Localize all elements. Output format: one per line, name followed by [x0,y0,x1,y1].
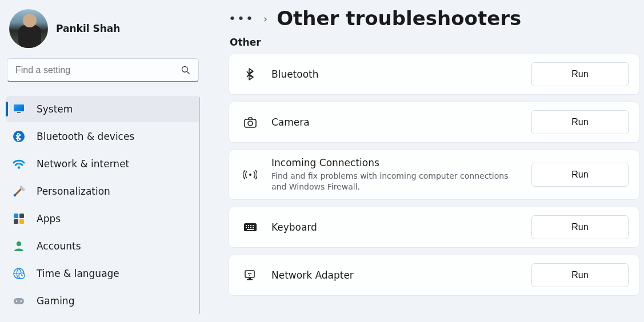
sidebar-item-label: Personalization [37,186,110,197]
breadcrumb-overflow-icon[interactable]: ••• [229,11,254,26]
run-button[interactable]: Run [531,163,629,187]
sidebar-item-gaming[interactable]: Gaming [6,288,200,314]
main-content: ••• › Other troubleshooters Other Blueto… [206,0,644,322]
camera-icon [242,116,259,128]
section-title: Other [230,37,644,48]
troubleshooter-title: Network Adapter [271,269,519,281]
troubleshooter-title: Camera [271,116,519,128]
search-input[interactable] [7,58,199,82]
sidebar-item-label: Bluetooth & devices [37,131,134,142]
troubleshooter-title: Bluetooth [271,69,519,80]
troubleshooter-bluetooth: Bluetooth Run [229,54,639,95]
run-button[interactable]: Run [531,110,629,134]
sidebar-item-label: Apps [37,213,61,224]
run-button[interactable]: Run [531,215,629,239]
profile-block[interactable]: Pankil Shah [6,7,200,58]
keyboard-icon [242,221,259,234]
avatar [9,9,48,48]
bluetooth-round-icon [11,130,26,143]
sidebar-item-label: System [37,103,73,115]
account-icon [11,240,26,252]
troubleshooter-camera: Camera Run [229,102,639,143]
brush-icon [11,185,26,198]
bluetooth-icon [242,67,259,81]
netadapter-icon [242,269,259,281]
search-box [7,58,199,82]
sidebar-item-label: Gaming [37,295,74,307]
troubleshooter-desc: Find and fix problems with incoming comp… [271,171,511,192]
sidebar-item-accounts[interactable]: Accounts [6,233,200,259]
sidebar: Pankil Shah System Bluetooth & devices N… [0,0,206,322]
chevron-right-icon: › [263,13,267,25]
sidebar-item-label: Accounts [37,240,81,252]
run-button[interactable]: Run [531,263,629,287]
troubleshooter-title: Keyboard [271,222,519,233]
troubleshooter-incoming-connections: Incoming Connections Find and fix proble… [229,150,639,200]
monitor-icon [11,103,26,115]
troubleshooter-keyboard: Keyboard Run [229,207,639,248]
user-name: Pankil Shah [56,23,120,34]
troubleshooter-network-adapter: Network Adapter Run [229,255,639,296]
gamepad-icon [11,295,26,307]
sidebar-item-network[interactable]: Network & internet [6,151,200,177]
search-icon[interactable] [181,65,191,75]
wifi-icon [11,158,26,170]
sidebar-item-label: Network & internet [37,158,129,170]
troubleshooter-title: Incoming Connections [271,157,519,168]
breadcrumb: ••• › Other troubleshooters [229,7,644,30]
page-title: Other troubleshooters [277,7,521,30]
antenna-icon [242,168,259,182]
sidebar-item-time-language[interactable]: Time & language [6,260,200,287]
apps-icon [11,212,26,225]
troubleshooter-list: Bluetooth Run Camera Run Incoming Connec… [229,54,644,296]
sidebar-nav: System Bluetooth & devices Network & int… [6,96,200,314]
sidebar-item-label: Time & language [37,268,119,279]
globe-clock-icon [11,267,26,280]
sidebar-item-apps[interactable]: Apps [6,206,200,232]
run-button[interactable]: Run [531,62,629,86]
sidebar-item-system[interactable]: System [6,96,200,122]
sidebar-item-personalization[interactable]: Personalization [6,178,200,204]
sidebar-item-bluetooth-devices[interactable]: Bluetooth & devices [6,123,200,150]
sidebar-scrollbar[interactable] [199,97,200,314]
